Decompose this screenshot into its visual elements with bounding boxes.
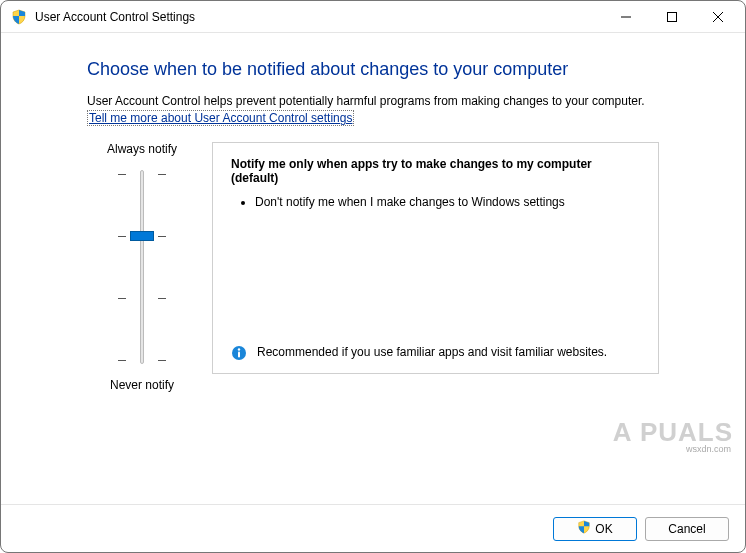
page-heading: Choose when to be notified about changes… — [87, 59, 659, 80]
ok-button-label: OK — [595, 522, 612, 536]
info-icon — [231, 345, 247, 361]
watermark-logo: A PUALS — [613, 417, 733, 448]
slider-column: Always notify Never notify — [87, 142, 197, 392]
slider-top-label: Always notify — [87, 142, 197, 156]
description-bullet: Don't notify me when I make changes to W… — [255, 195, 640, 209]
recommendation-row: Recommended if you use familiar apps and… — [231, 345, 640, 361]
titlebar: User Account Control Settings — [1, 1, 745, 33]
minimize-button[interactable] — [603, 2, 649, 32]
watermark-url: wsxdn.com — [686, 444, 731, 454]
description-title: Notify me only when apps try to make cha… — [231, 157, 640, 185]
shield-icon — [11, 9, 27, 25]
dialog-footer: OK Cancel — [1, 504, 745, 552]
slider-rail — [140, 170, 144, 364]
help-link[interactable]: Tell me more about User Account Control … — [87, 110, 354, 126]
notification-level-slider[interactable] — [112, 166, 172, 368]
slider-bottom-label: Never notify — [87, 378, 197, 392]
recommendation-text: Recommended if you use familiar apps and… — [257, 345, 607, 359]
window-title: User Account Control Settings — [35, 10, 603, 24]
description-panel: Notify me only when apps try to make cha… — [212, 142, 659, 374]
description-bullets: Don't notify me when I make changes to W… — [237, 195, 640, 345]
svg-point-5 — [238, 348, 240, 350]
uac-settings-window: User Account Control Settings Choose whe… — [0, 0, 746, 553]
svg-rect-1 — [668, 12, 677, 21]
content-area: Choose when to be notified about changes… — [1, 33, 745, 504]
window-controls — [603, 2, 741, 32]
slider-thumb[interactable] — [130, 231, 154, 241]
cancel-button-label: Cancel — [668, 522, 705, 536]
settings-body: Always notify Never notify Notify me onl… — [87, 142, 659, 392]
close-button[interactable] — [695, 2, 741, 32]
maximize-button[interactable] — [649, 2, 695, 32]
shield-icon — [577, 520, 591, 537]
cancel-button[interactable]: Cancel — [645, 517, 729, 541]
svg-rect-6 — [238, 352, 240, 358]
ok-button[interactable]: OK — [553, 517, 637, 541]
page-subtext: User Account Control helps prevent poten… — [87, 94, 659, 108]
